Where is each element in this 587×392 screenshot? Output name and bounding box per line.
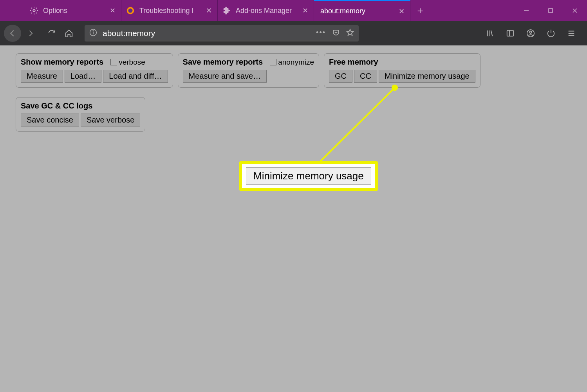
minimize-memory-usage-button[interactable]: Minimize memory usage (379, 70, 475, 83)
measure-and-save-button[interactable]: Measure and save… (183, 70, 267, 83)
anonymize-checkbox-label[interactable]: anonymize (270, 58, 314, 67)
verbose-checkbox-label[interactable]: verbose (110, 58, 145, 67)
tab-bar-spacer (0, 0, 25, 21)
tab-label: Options (43, 7, 105, 15)
checkbox-icon[interactable] (110, 59, 117, 65)
tab-bar: Options ✕ Troubleshooting I ✕ Add-ons Ma… (0, 0, 587, 21)
tab-addons[interactable]: Add-ons Manager ✕ (218, 0, 314, 21)
svg-rect-14 (507, 31, 514, 36)
svg-rect-4 (549, 9, 553, 13)
save-memory-reports-panel: Save memory reports anonymize Measure an… (178, 53, 319, 88)
library-icon[interactable] (482, 25, 498, 41)
checkbox-icon[interactable] (270, 59, 276, 65)
checkbox-text: anonymize (278, 58, 314, 67)
tab-label: about:memory (320, 7, 394, 15)
close-icon[interactable]: ✕ (397, 7, 405, 15)
tab-troubleshooting[interactable]: Troubleshooting I ✕ (121, 0, 218, 21)
panel-title: Save GC & CC logs (21, 101, 92, 110)
close-icon[interactable]: ✕ (108, 7, 116, 14)
navigation-toolbar: about:memory ••• (0, 21, 587, 45)
save-concise-button[interactable]: Save concise (21, 114, 79, 126)
panel-title: Save memory reports (183, 58, 263, 67)
new-tab-button[interactable]: + (410, 0, 430, 21)
svg-line-13 (491, 31, 493, 36)
window-controls (514, 0, 587, 21)
reload-button[interactable] (44, 25, 60, 41)
menu-icon[interactable] (564, 25, 579, 41)
gc-button[interactable]: GC (329, 70, 352, 83)
svg-marker-10 (347, 29, 354, 36)
home-button[interactable] (61, 25, 77, 41)
callout-dot (392, 85, 398, 91)
load-and-diff-button[interactable]: Load and diff… (103, 70, 168, 83)
url-text: about:memory (103, 29, 316, 38)
close-window-button[interactable] (563, 0, 587, 21)
close-icon[interactable]: ✕ (205, 7, 213, 14)
info-icon[interactable] (89, 29, 97, 38)
svg-point-0 (33, 9, 35, 12)
back-button[interactable] (4, 25, 21, 42)
power-icon[interactable] (543, 25, 559, 41)
cc-button[interactable]: CC (354, 70, 377, 83)
forward-button[interactable] (23, 25, 38, 41)
tab-about-memory[interactable]: about:memory ✕ (314, 0, 410, 21)
bookmark-star-icon[interactable] (346, 29, 354, 38)
panel-title: Free memory (329, 58, 378, 67)
save-verbose-button[interactable]: Save verbose (81, 114, 140, 126)
tab-options[interactable]: Options ✕ (25, 0, 121, 21)
svg-point-17 (529, 31, 532, 34)
page-content: Show memory reports verbose Measure Load… (0, 45, 587, 139)
sidebar-icon[interactable] (502, 25, 518, 41)
toolbar-right (482, 25, 579, 41)
tab-label: Add-ons Manager (236, 7, 298, 15)
gear-icon (30, 6, 38, 15)
close-icon[interactable]: ✕ (301, 7, 309, 14)
maximize-window-button[interactable] (538, 0, 563, 21)
callout-minimize-button: Minimize memory usage (246, 167, 371, 185)
pocket-icon[interactable] (332, 29, 340, 38)
minimize-window-button[interactable] (514, 0, 538, 21)
show-memory-reports-panel: Show memory reports verbose Measure Load… (16, 53, 173, 88)
tab-label: Troubleshooting I (139, 7, 202, 15)
load-button[interactable]: Load… (65, 70, 102, 83)
free-memory-panel: Free memory GC CC Minimize memory usage (324, 53, 480, 88)
measure-button[interactable]: Measure (21, 70, 63, 83)
panel-title: Show memory reports (21, 58, 103, 67)
checkbox-text: verbose (119, 58, 145, 67)
page-actions-icon[interactable]: ••• (316, 29, 326, 38)
account-icon[interactable] (523, 25, 538, 41)
callout-box: Minimize memory usage (239, 161, 378, 191)
url-actions: ••• (316, 29, 354, 38)
svg-point-2 (128, 9, 133, 13)
save-gc-cc-logs-panel: Save GC & CC logs Save concise Save verb… (16, 97, 145, 132)
puzzle-icon (222, 6, 231, 15)
url-bar[interactable]: about:memory ••• (85, 25, 359, 42)
svg-point-9 (93, 31, 94, 31)
firefox-icon (126, 6, 135, 15)
